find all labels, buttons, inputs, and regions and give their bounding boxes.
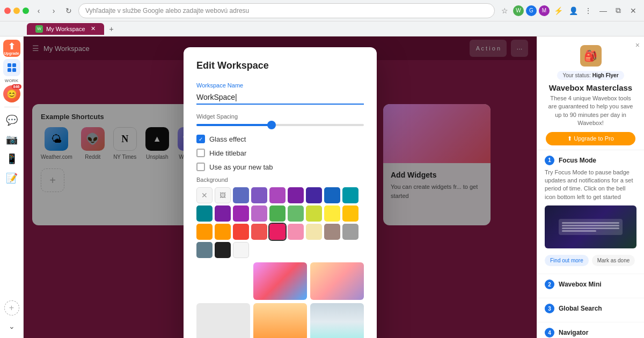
new-tab-row[interactable]: Use as your new tab: [196, 163, 364, 171]
extension-icon-2[interactable]: G: [526, 5, 537, 16]
panel-header: × 🎒 Your status: High Flyer Wavebox Mast…: [537, 36, 644, 150]
color-swatch-cream[interactable]: [306, 224, 322, 240]
sidebar-item-notion[interactable]: 📝: [3, 170, 20, 187]
status-badge: Your status: High Flyer: [557, 71, 624, 80]
user-avatar[interactable]: 😊 846: [3, 85, 20, 102]
reload-button[interactable]: ↻: [62, 4, 75, 17]
color-swatch-dark-indigo[interactable]: [306, 187, 322, 203]
color-swatch-orange[interactable]: [196, 224, 213, 240]
section-4-header: 4 Navigator: [545, 328, 636, 337]
color-swatch-orange2[interactable]: [215, 224, 231, 240]
edit-workspace-modal: Edit Workspace Workspace Name Widget Spa…: [184, 47, 377, 338]
window-close-icon[interactable]: ✕: [627, 4, 640, 17]
color-swatch-light-red[interactable]: [251, 224, 267, 240]
mark-as-done-button[interactable]: Mark as done: [592, 255, 635, 266]
maximize-window-button[interactable]: [23, 8, 29, 14]
back-button[interactable]: ‹: [32, 4, 45, 17]
color-swatch-dark-purple[interactable]: [288, 187, 304, 203]
color-swatch-teal-dark[interactable]: [196, 205, 213, 222]
glass-effect-label: Glass effect: [209, 135, 246, 143]
photo-thumb-2[interactable]: [253, 262, 307, 300]
extension-icon-3[interactable]: M: [539, 5, 550, 16]
color-swatch-yellow[interactable]: [324, 205, 340, 222]
panel-section-global-search[interactable]: 3 Global Search: [537, 298, 644, 322]
focus-mode-preview: [545, 205, 636, 248]
color-swatch-deep-purple[interactable]: [251, 187, 267, 203]
color-swatch-dark-blue[interactable]: [324, 187, 340, 203]
panel-icon-emoji: 🎒: [584, 49, 597, 62]
color-swatch-green[interactable]: [269, 205, 286, 222]
panel-section-wavebox-mini[interactable]: 2 Wavebox Mini: [537, 274, 644, 298]
section-2-header: 2 Wavebox Mini: [545, 280, 636, 289]
menu-icon[interactable]: ⋮: [582, 4, 595, 17]
color-swatch-black[interactable]: [215, 242, 231, 258]
color-swatch-grey[interactable]: [342, 224, 358, 240]
color-grid: ✕ 🖼: [196, 187, 364, 258]
status-value: High Flyer: [592, 72, 619, 78]
section-1-body: Try Focus Mode to pause badge updates an…: [545, 168, 636, 202]
panel-section-navigator[interactable]: 4 Navigator: [537, 322, 644, 338]
color-swatch-image[interactable]: 🖼: [215, 187, 231, 203]
new-tab-checkbox[interactable]: [196, 163, 205, 171]
close-window-button[interactable]: [4, 8, 11, 14]
window-restore-icon[interactable]: ⧉: [612, 4, 625, 17]
color-swatch-purple3[interactable]: [233, 205, 249, 222]
add-app-button[interactable]: +: [4, 300, 19, 315]
sidebar-bottom-icon[interactable]: ⌄: [3, 318, 20, 335]
color-swatch-light-pink[interactable]: [288, 224, 304, 240]
upgrade-button[interactable]: ⬆ Upgrade: [3, 40, 20, 57]
hide-titlebar-row[interactable]: Hide titlebar: [196, 149, 364, 157]
color-swatch-red[interactable]: [233, 224, 249, 240]
tab-close-icon[interactable]: ✕: [91, 25, 96, 32]
color-swatch-amber[interactable]: [342, 205, 358, 222]
photo-thumb-4[interactable]: [196, 303, 250, 338]
photo-thumb-6[interactable]: [310, 303, 364, 338]
color-swatch-lime[interactable]: [306, 205, 322, 222]
profile-icon[interactable]: 👤: [567, 4, 580, 17]
checkmark-icon: ✓: [199, 136, 203, 142]
photo-grid: [196, 262, 364, 338]
find-out-more-button[interactable]: Find out more: [545, 255, 589, 266]
section-2-title: Wavebox Mini: [559, 281, 602, 288]
hide-titlebar-checkbox[interactable]: [196, 149, 205, 157]
glass-effect-row[interactable]: ✓ Glass effect: [196, 135, 364, 143]
sidebar-item-workspaces[interactable]: [3, 59, 20, 76]
spacing-slider-fill: [196, 124, 272, 126]
new-tab-button[interactable]: +: [106, 24, 117, 34]
color-swatch-pink[interactable]: [269, 224, 286, 240]
photo-thumb-1[interactable]: [196, 262, 250, 300]
section-3-title: Global Search: [559, 305, 602, 312]
glass-effect-checkbox[interactable]: ✓: [196, 135, 205, 143]
color-swatch-indigo[interactable]: [233, 187, 249, 203]
color-swatch-light-green[interactable]: [288, 205, 304, 222]
window-minimize-icon[interactable]: —: [597, 4, 610, 17]
color-swatch-light-purple[interactable]: [251, 205, 267, 222]
color-swatch-cyan[interactable]: [342, 187, 358, 203]
color-swatch-purple[interactable]: [269, 187, 286, 203]
preview-line-1: [562, 222, 620, 224]
extension-icon-1[interactable]: W: [513, 5, 524, 16]
panel-close-button[interactable]: ×: [635, 41, 640, 49]
traffic-lights: [4, 8, 29, 14]
sidebar-item-whatsapp[interactable]: 📱: [3, 150, 20, 167]
color-swatch-brown[interactable]: [324, 224, 340, 240]
photo-thumb-3[interactable]: [310, 262, 364, 300]
color-swatch-blue-grey[interactable]: [196, 242, 213, 258]
bookmark-icon[interactable]: ☆: [498, 4, 511, 17]
address-text: Vyhľadajte v službe Google alebo zadajte…: [85, 7, 249, 14]
color-swatch-purple2[interactable]: [215, 205, 231, 222]
address-bar[interactable]: Vyhľadajte v službe Google alebo zadajte…: [78, 3, 495, 18]
upgrade-to-pro-button[interactable]: ⬆ Upgrade to Pro: [546, 132, 635, 145]
active-tab[interactable]: W My Workspace ✕: [27, 23, 104, 35]
sidebar-item-messenger[interactable]: 💬: [3, 112, 20, 129]
minimize-window-button[interactable]: [13, 8, 20, 14]
sidebar-item-instagram[interactable]: 📷: [3, 131, 20, 148]
forward-button[interactable]: ›: [47, 4, 60, 17]
spacing-slider-thumb[interactable]: [267, 121, 276, 129]
color-swatch-white[interactable]: [233, 242, 249, 258]
workspace-name-input[interactable]: [196, 91, 364, 105]
extension-icon-4[interactable]: ⚡: [552, 4, 565, 17]
color-swatch-clear[interactable]: ✕: [196, 187, 213, 203]
photo-thumb-5[interactable]: [253, 303, 307, 338]
browser-chrome: ‹ › ↻ Vyhľadajte v službe Google alebo z…: [0, 0, 644, 21]
